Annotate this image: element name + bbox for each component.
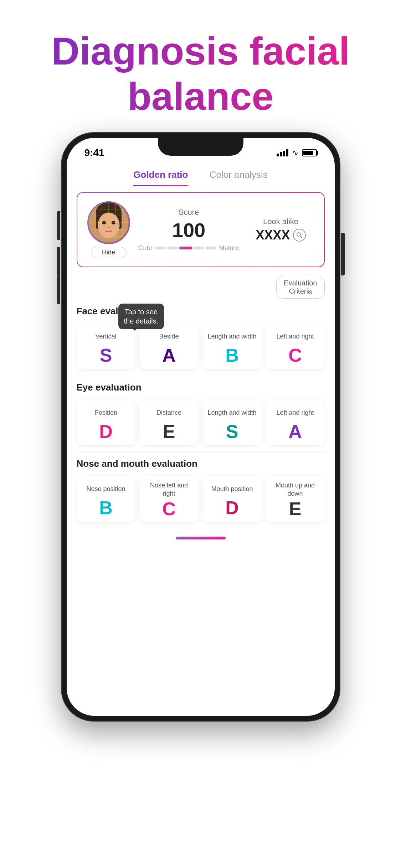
score-section: Score 100 Cute Mature [139,208,239,252]
nose-mouth-grade-mouthupdown: E [289,500,302,518]
cute-mature-bar: Cute Mature [139,244,239,252]
nose-mouth-card-noseleftright[interactable]: Nose left and right C [140,476,199,522]
nose-mouth-card-noseposition[interactable]: Nose position B [77,476,135,522]
face-eval-label-leftright: Left and right [276,329,314,345]
nose-mouth-card-mouthupdown[interactable]: Mouth up and down E [266,476,325,522]
signal-icon [277,149,288,156]
eye-eval-card-lengthwidth[interactable]: Length and width S [203,399,262,445]
battery-icon [302,149,317,156]
face-eval-grade-lengthwidth: B [225,346,239,365]
avatar [87,201,130,244]
hero-title-line1: Diagnosis facial [51,29,350,73]
status-time: 9:41 [84,147,104,159]
lookalike-text: XXXX [256,228,290,243]
nose-mouth-eval-grid: Nose position B Nose left and right C Mo… [67,473,335,529]
face-eval-grade-beside: A [162,346,176,365]
eye-eval-grade-leftright: A [288,422,302,441]
lookalike-label: Look alike [263,217,298,226]
eval-criteria-wrapper: EvaluationCriteria [67,273,335,300]
face-eval-grade-leftright: C [288,346,302,365]
tab-bar: Golden ratio Color analysis [67,162,335,186]
lookalike-value-row: XXXX [256,228,306,243]
progress-bar [155,247,216,249]
face-eval-grid: Vertical S Beside A Length and width B L… [67,320,335,376]
score-card: Hide Score 100 Cute [77,192,325,267]
eye-eval-card-distance[interactable]: Distance E [140,399,199,445]
avatar-face-svg [88,201,129,244]
face-eval-tooltip: Tap to seethe details. [118,304,164,329]
hero-title-section: Diagnosis facial balance [0,0,401,133]
score-number: 100 [172,218,205,242]
hide-button[interactable]: Hide [91,247,127,258]
phone-frame: 9:41 ∿ Golden ratio [62,133,340,721]
face-eval-title: Face eval [67,300,335,320]
eye-eval-label-position: Position [94,405,117,421]
face-eval-label-lengthwidth: Length and width [207,329,256,345]
eye-eval-card-leftright[interactable]: Left and right A [266,399,325,445]
eye-eval-grid: Position D Distance E Length and width S… [67,397,335,452]
eye-eval-label-lengthwidth: Length and width [207,405,256,421]
eye-eval-grade-lengthwidth: S [226,422,238,441]
lookalike-section: Look alike XXXX [248,217,314,243]
tab-golden-ratio[interactable]: Golden ratio [133,169,188,186]
nose-mouth-label-mouthposition: Mouth position [211,481,253,497]
eval-criteria-button[interactable]: EvaluationCriteria [276,276,324,299]
phone-screen: 9:41 ∿ Golden ratio [67,138,335,716]
wifi-icon: ∿ [292,148,298,157]
face-eval-label-beside: Beside [159,329,179,345]
hero-title-line2: balance [128,74,274,118]
face-eval-card-lengthwidth[interactable]: Length and width B [203,323,262,369]
nose-mouth-grade-noseposition: B [99,498,113,517]
mature-label: Mature [219,244,239,252]
eye-eval-label-distance: Distance [156,405,181,421]
phone-notch [158,138,243,156]
face-eval-grade-vertical: S [100,346,112,365]
face-eval-label-vertical: Vertical [95,329,116,345]
bottom-bar [67,529,335,547]
eye-eval-grade-distance: E [163,422,175,441]
eye-eval-title: Eye evaluation [67,376,335,397]
status-icons: ∿ [277,148,317,157]
face-eval-card-beside[interactable]: Beside A [140,323,199,369]
nose-mouth-label-noseleftright: Nose left and right [144,481,194,498]
eye-eval-card-position[interactable]: Position D [77,399,135,445]
phone-mockup: 9:41 ∿ Golden ratio [62,133,340,721]
face-eval-header: Face eval Tap to seethe details. [67,300,335,320]
home-indicator [176,537,226,539]
eye-eval-grade-position: D [99,422,113,441]
nose-mouth-label-noseposition: Nose position [86,481,125,497]
cute-label: Cute [139,244,152,252]
nose-mouth-grade-mouthposition: D [225,498,239,517]
svg-line-19 [300,236,302,238]
tab-color-analysis[interactable]: Color analysis [209,169,267,186]
lookalike-search-icon[interactable] [293,229,306,242]
score-label: Score [179,208,199,217]
eye-eval-label-leftright: Left and right [276,405,314,421]
face-eval-card-vertical[interactable]: Vertical S [77,323,135,369]
nose-mouth-grade-noseleftright: C [162,500,176,518]
nose-mouth-label-mouthupdown: Mouth up and down [270,481,320,498]
nose-mouth-card-mouthposition[interactable]: Mouth position D [203,476,262,522]
face-eval-card-leftright[interactable]: Left and right C [266,323,325,369]
avatar-wrapper: Hide [87,201,130,258]
nose-mouth-eval-title: Nose and mouth evaluation [67,453,335,473]
